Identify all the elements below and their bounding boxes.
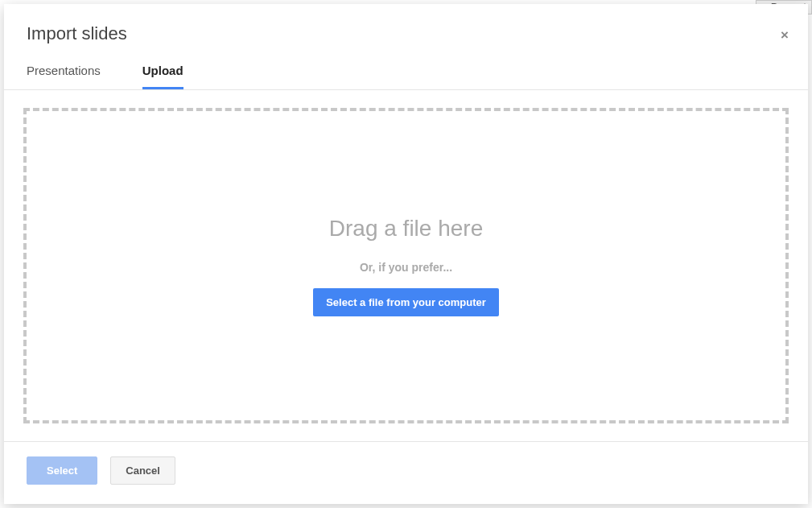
content-area: Drag a file here Or, if you prefer... Se… <box>4 90 808 441</box>
tabs: Presentations Upload <box>4 44 808 90</box>
dialog-footer: Select Cancel <box>4 441 808 504</box>
tab-upload[interactable]: Upload <box>142 64 183 89</box>
drag-title: Drag a file here <box>329 216 483 242</box>
select-button[interactable]: Select <box>27 456 97 485</box>
tab-presentations[interactable]: Presentations <box>27 64 101 89</box>
import-slides-dialog: × Import slides Presentations Upload Dra… <box>4 4 808 504</box>
file-dropzone[interactable]: Drag a file here Or, if you prefer... Se… <box>23 108 789 423</box>
select-file-button[interactable]: Select a file from your computer <box>313 288 499 316</box>
cancel-button[interactable]: Cancel <box>110 456 175 485</box>
drag-or-text: Or, if you prefer... <box>360 261 452 274</box>
dialog-title: Import slides <box>27 23 785 44</box>
dialog-header: Import slides <box>4 4 808 44</box>
close-icon[interactable]: × <box>781 28 789 42</box>
